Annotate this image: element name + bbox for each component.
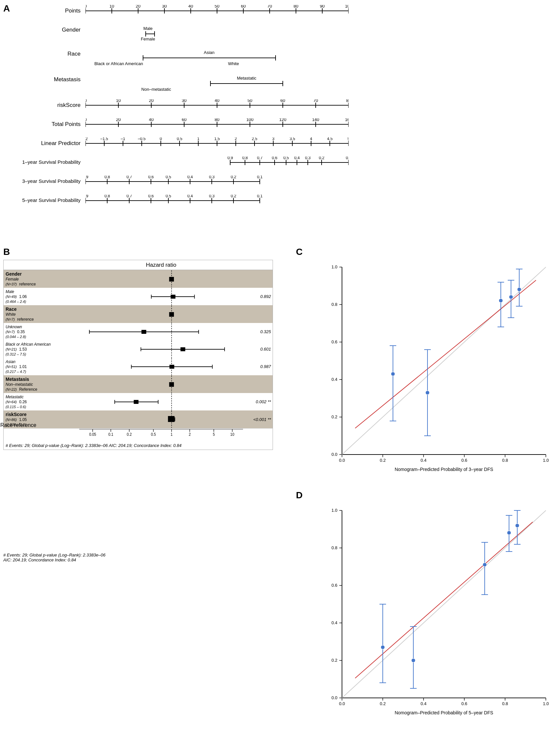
svg-text:Black or African American: Black or African American [94,61,143,66]
forest-plot-area-metastatic [79,393,243,410]
forest-header: Hazard ratio [4,260,273,270]
svg-text:0.8: 0.8 [332,545,338,550]
svg-point-303 [411,658,415,662]
svg-text:10: 10 [109,5,114,9]
svg-text:0.0: 0.0 [339,458,345,463]
svg-text:2.5: 2.5 [252,137,258,141]
svg-text:Nomogram–Predicted Probability: Nomogram–Predicted Probability of 5–year… [395,710,493,715]
svg-text:2: 2 [189,433,191,437]
nomo-row-points: Points 0 10 20 30 40 50 [20,5,349,18]
nomo-row-gender: Gender Male Female [20,24,349,42]
forest-header-title: Hazard ratio [79,262,243,268]
nomo-label-1yr: 1–year Survival Probability [20,157,86,165]
svg-text:1.0: 1.0 [543,458,549,463]
svg-line-245 [355,280,536,428]
nomo-label-linear: Linear Predictor [20,137,86,147]
svg-point-299 [381,645,385,649]
panel-a: A Points 0 10 20 30 40 [3,3,349,214]
svg-text:80: 80 [294,5,298,9]
svg-text:Asian: Asian [204,50,215,55]
svg-text:0.4: 0.4 [187,176,193,179]
forest-row-label-black: Black or African American (N=21) 1.53 (0… [4,341,79,358]
svg-text:0.3: 0.3 [305,157,311,160]
forest-pval-black: 0.601 [243,347,273,352]
forest-pval-metastatic: 0.002 ** [243,399,273,404]
forest-row-label-race-ref: Race White (N=7) reference [4,305,79,323]
nomo-label-totalpoints: Total Points [20,118,86,127]
panel-b-label: B [3,247,10,257]
svg-text:Non–metastatic: Non–metastatic [142,87,171,92]
forest-footer: # Events: 29; Global p-value (Log–Rank):… [4,441,273,450]
svg-text:0.5: 0.5 [166,195,171,198]
svg-text:0.05: 0.05 [89,433,96,437]
forest-footer-line1: # Events: 29; Global p-value (Log–Rank):… [3,553,106,557]
svg-rect-173 [169,312,174,317]
svg-text:1.0: 1.0 [543,701,549,706]
forest-footer-line2: AIC: 204.19; Concordance Index: 0.84 [3,557,76,562]
svg-text:0.8: 0.8 [242,157,248,160]
svg-point-257 [499,299,503,302]
svg-text:1.5: 1.5 [214,137,220,141]
forest-row-label-unknown: Unknown (N=7) 0.35 (0.044 – 2.8) [4,323,79,341]
svg-text:0.0: 0.0 [332,452,338,457]
svg-text:60: 60 [182,118,186,122]
svg-text:Male: Male [144,26,153,31]
svg-text:100: 100 [345,5,349,9]
nomo-label-5yr: 5–year Survival Probability [20,195,86,203]
svg-text:1: 1 [197,137,200,141]
forest-row-gender-ref: Gender Female (N=37) reference [4,270,273,288]
svg-text:2: 2 [235,137,237,141]
svg-text:70: 70 [267,5,272,9]
svg-text:0.8: 0.8 [105,176,110,179]
nomo-row-riskscore: riskScore 0 10 20 30 40 50 [20,99,349,112]
svg-text:0.7: 0.7 [126,195,132,198]
forest-row-unknown: Unknown (N=7) 0.35 (0.044 – 2.8) 0.325 [4,323,273,341]
svg-text:10: 10 [230,433,234,437]
forest-row-race-ref: Race White (N=7) reference [4,305,273,323]
forest-row-asian: Asian (N=51) 1.01 (0.217 – 4.7) 0.987 [4,358,273,375]
forest-row-label-metastatic: Metastatic (N=64) 0.26 (0.115 – 0.6) [4,393,79,410]
svg-text:0.8: 0.8 [502,458,508,463]
svg-text:5: 5 [213,433,215,437]
svg-text:0.8: 0.8 [332,302,338,307]
svg-text:0.2: 0.2 [332,414,338,419]
svg-text:0.4: 0.4 [332,620,338,625]
svg-text:–0.5: –0.5 [138,137,146,141]
forest-plot-area-meta-ref [79,376,243,393]
svg-text:0.5: 0.5 [177,137,183,141]
svg-text:0.9: 0.9 [227,157,233,160]
svg-text:0.2: 0.2 [127,433,132,437]
nomo-row-race: Race Asian White Black or African Americ… [20,48,349,68]
svg-text:0.5: 0.5 [283,157,289,160]
svg-text:60: 60 [241,5,246,9]
svg-text:3.5: 3.5 [290,137,295,141]
svg-text:0.4: 0.4 [332,377,338,382]
nomo-label-points: Points [20,5,86,14]
nomo-row-5yr: 5–year Survival Probability 0.9 0.8 0.7 … [20,195,349,208]
forest-plot-area-male [79,288,243,305]
nomogram-container: Points 0 10 20 30 40 50 [20,5,349,208]
nomo-axis-linear: –2 –1.5 –1 –0.5 0 0.5 1 1.5 2 [86,137,349,151]
forest-pval-asian: 0.987 [243,364,273,369]
svg-text:0.5: 0.5 [151,433,156,437]
svg-text:1: 1 [171,433,173,437]
svg-point-315 [515,524,519,528]
svg-text:0.2: 0.2 [319,157,324,160]
svg-text:0: 0 [86,99,87,103]
svg-text:40: 40 [215,99,219,103]
panel-d-label: D [296,490,302,500]
svg-text:0.9: 0.9 [86,195,88,198]
svg-text:0.6: 0.6 [148,176,154,179]
forest-pval-unknown: 0.325 [243,329,273,334]
svg-text:20: 20 [149,99,154,103]
svg-point-311 [507,531,511,535]
panel-d-svg: 0.0 0.2 0.4 0.6 0.8 1.0 0.0 0.2 0.4 0.6 … [322,504,552,718]
nomo-label-gender: Gender [20,24,86,33]
forest-plot-area-unknown [79,323,243,341]
nomo-row-totalpoints: Total Points 0 20 40 60 80 100 [20,118,349,131]
forest-plot-area-gender-ref [79,270,243,287]
nomo-label-3yr: 3–year Survival Probability [20,176,86,184]
nomo-axis-gender: Male Female [86,24,349,42]
forest-row-riskscore: riskScore (N=86) 1.05 (1.030 – 1.1) <0. [4,410,273,428]
svg-text:50: 50 [248,99,252,103]
